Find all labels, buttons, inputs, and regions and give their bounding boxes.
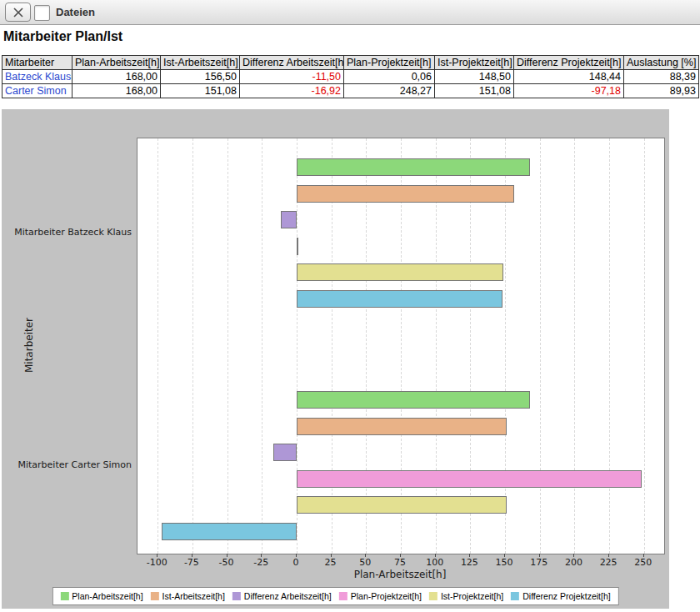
- table-cell[interactable]: 151,08: [161, 84, 240, 98]
- legend-label: Plan-Arbeitszeit[h]: [72, 591, 142, 601]
- category-label: Mitarbeiter Carter Simon: [2, 459, 132, 470]
- y-axis-label: Mitarbeiter: [23, 318, 35, 373]
- dateien-checkbox[interactable]: [34, 5, 50, 21]
- x-gridline: [609, 138, 610, 554]
- column-header[interactable]: Plan-Projektzeit[h]: [344, 56, 435, 70]
- bar-batzeck-series-0: [297, 158, 530, 176]
- x-axis-label: Plan-Arbeitszeit[h]: [137, 569, 663, 580]
- table-cell[interactable]: 248,27: [344, 84, 435, 98]
- employee-name-cell[interactable]: Batzeck Klaus: [2, 70, 72, 84]
- page-title: Mitarbeiter Plan/Ist: [3, 29, 122, 44]
- x-gridline: [540, 138, 541, 554]
- x-tick-label: 250: [618, 557, 668, 568]
- x-gridline: [228, 138, 228, 554]
- legend-item: Differenz Projektzeit[h]: [511, 591, 610, 601]
- table-cell[interactable]: 151,08: [435, 84, 514, 98]
- employee-name-cell[interactable]: Carter Simon: [2, 84, 72, 98]
- legend-label: Differenz Projektzeit[h]: [522, 591, 610, 601]
- bar-carter-series-5: [162, 523, 297, 540]
- table-cell[interactable]: 0,06: [344, 70, 435, 84]
- x-gridline: [644, 138, 645, 554]
- table-body: Batzeck Klaus168,00156,50-11,500,06148,5…: [2, 70, 699, 98]
- legend-swatch-icon: [511, 592, 519, 600]
- legend-swatch-icon: [339, 592, 348, 600]
- table-cell[interactable]: 148,50: [435, 70, 514, 84]
- table-row[interactable]: Batzeck Klaus168,00156,50-11,500,06148,5…: [2, 70, 699, 84]
- column-header[interactable]: Differenz Projektzeit[h]: [514, 56, 624, 70]
- legend-swatch-icon: [60, 592, 68, 600]
- table-cell[interactable]: 88,39: [624, 70, 699, 84]
- legend-item: Plan-Arbeitszeit[h]: [60, 591, 142, 601]
- table-cell[interactable]: 156,50: [161, 70, 240, 84]
- close-button[interactable]: [5, 3, 31, 22]
- legend-item: Ist-Arbeitszeit[h]: [151, 591, 225, 601]
- legend-item: Plan-Projektzeit[h]: [339, 591, 422, 601]
- chart-panel: Plan-Arbeitszeit[h] Mitarbeiter Plan-Arb…: [2, 109, 669, 609]
- table-row[interactable]: Carter Simon168,00151,08-16,92248,27151,…: [2, 84, 699, 98]
- legend-swatch-icon: [232, 592, 241, 600]
- legend-label: Ist-Projektzeit[h]: [441, 591, 503, 601]
- column-header[interactable]: Differenz Arbeitszeit[h]: [240, 56, 344, 70]
- employee-table: MitarbeiterPlan-Arbeitszeit[h]Ist-Arbeit…: [2, 55, 699, 98]
- legend-swatch-icon: [151, 592, 159, 600]
- bar-carter-series-3: [297, 470, 642, 488]
- bar-carter-series-4: [297, 496, 507, 514]
- bar-carter-series-2: [273, 444, 297, 461]
- column-header[interactable]: Auslastung [%]: [624, 56, 699, 70]
- table-cell[interactable]: -11,50: [240, 70, 344, 84]
- legend-item: Ist-Projektzeit[h]: [429, 591, 503, 601]
- x-gridline: [262, 138, 262, 554]
- app-window: Dateien Mitarbeiter Plan/Ist Mitarbeiter…: [0, 0, 700, 612]
- bar-batzeck-series-5: [297, 290, 503, 308]
- category-label: Mitarbeiter Batzeck Klaus: [2, 227, 132, 238]
- table-cell[interactable]: -16,92: [240, 84, 344, 98]
- bar-batzeck-series-3: [297, 238, 298, 255]
- bar-batzeck-series-4: [297, 263, 503, 281]
- close-icon: [12, 6, 25, 19]
- column-header[interactable]: Mitarbeiter: [2, 56, 72, 70]
- x-gridline: [192, 138, 193, 554]
- table-head: MitarbeiterPlan-Arbeitszeit[h]Ist-Arbeit…: [2, 56, 699, 70]
- legend-label: Ist-Arbeitszeit[h]: [162, 591, 225, 601]
- table-cell[interactable]: 89,93: [624, 84, 699, 98]
- legend-item: Differenz Arbeitszeit[h]: [232, 591, 332, 601]
- x-gridline: [574, 138, 575, 554]
- bar-batzeck-series-1: [297, 185, 514, 203]
- toolbar: Dateien: [0, 0, 700, 25]
- chart-legend: Plan-Arbeitszeit[h]Ist-Arbeitszeit[h]Dif…: [52, 587, 618, 605]
- column-header[interactable]: Ist-Arbeitszeit[h]: [161, 56, 240, 70]
- table-cell[interactable]: -97,18: [514, 84, 624, 98]
- legend-swatch-icon: [429, 592, 438, 600]
- header-row: MitarbeiterPlan-Arbeitszeit[h]Ist-Arbeit…: [2, 56, 699, 70]
- legend-label: Plan-Projektzeit[h]: [351, 591, 422, 601]
- legend-label: Differenz Arbeitszeit[h]: [244, 591, 332, 601]
- table-cell[interactable]: 168,00: [72, 70, 161, 84]
- column-header[interactable]: Plan-Arbeitszeit[h]: [72, 56, 161, 70]
- dateien-checkbox-label[interactable]: Dateien: [56, 0, 95, 24]
- table-cell[interactable]: 168,00: [72, 84, 161, 98]
- table-cell[interactable]: 148,44: [514, 70, 624, 84]
- x-gridline: [158, 138, 158, 554]
- column-header[interactable]: Ist-Projektzeit[h]: [435, 56, 514, 70]
- bar-carter-series-0: [297, 391, 530, 409]
- bar-carter-series-1: [297, 418, 507, 435]
- bar-batzeck-series-2: [281, 211, 297, 228]
- plot-area: [137, 138, 665, 554]
